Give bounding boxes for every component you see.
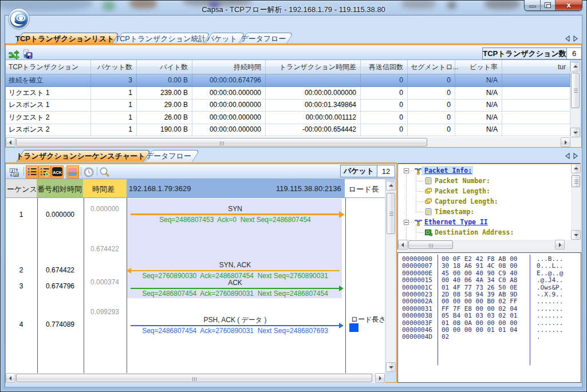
cell: レスポンス 1	[6, 99, 91, 111]
scroll-right-button[interactable]	[375, 373, 385, 383]
analyze-shuffle-icon[interactable]	[8, 49, 19, 60]
scrollbar-thumb[interactable]	[16, 374, 372, 382]
table-row-4[interactable]: レスポンス 21190.00 B00:00:00.000000-00:00:00…	[6, 124, 570, 136]
tree-branch	[409, 222, 414, 223]
column-header-4[interactable]: トランザクション時間差	[266, 60, 361, 74]
column-header-7[interactable]: ビット率	[455, 60, 502, 74]
top-tab-scroll-arrows[interactable]	[565, 35, 580, 42]
clock-icon[interactable]	[83, 167, 94, 178]
column-header-8[interactable]: tur	[502, 60, 570, 74]
ack-icon[interactable]: ACK	[51, 165, 64, 179]
scroll-left-button[interactable]	[6, 137, 15, 147]
scroll-right-button[interactable]	[561, 137, 570, 147]
table-row-2[interactable]: レスポンス 1129.00 B00:00:00.00000000:00:01.3…	[6, 99, 570, 112]
endpoint-right-label: 119.115.38.80:2136	[276, 184, 341, 193]
column-header-0[interactable]: TCPトランザクション	[6, 60, 91, 74]
scroll-down-button[interactable]	[570, 128, 580, 137]
doc-icon	[424, 177, 433, 185]
capsa-logo-icon	[8, 8, 30, 30]
cell: 0	[408, 99, 455, 111]
hex-bytes: FF 7F E8 00 00 02 04	[442, 305, 517, 312]
event-arrowhead	[339, 323, 344, 328]
transaction-table-vscrollbar[interactable]	[570, 62, 580, 137]
tab-top-2[interactable]: パケット	[205, 33, 239, 43]
tree-node-3[interactable]: Captured Length:	[435, 196, 498, 207]
cell: 3	[91, 74, 137, 86]
scroll-down-button[interactable]	[571, 230, 581, 240]
number-format-icon[interactable]: 2 10	[9, 167, 20, 178]
scroll-up-button[interactable]	[571, 164, 581, 173]
tree-node-1[interactable]: Packet Number:	[435, 176, 490, 186]
column-header-2[interactable]: バイト数	[137, 60, 192, 74]
scroll-up-button[interactable]	[570, 62, 580, 72]
scrollbar-thumb[interactable]	[572, 175, 580, 187]
tab-top-3[interactable]: データフロー	[240, 33, 287, 43]
scrollbar-thumb[interactable]	[16, 138, 427, 146]
tree-node-2[interactable]: Packet Length:	[435, 186, 490, 196]
scrollbar-thumb[interactable]	[571, 73, 580, 108]
tree-node-label: Captured Length:	[435, 197, 498, 205]
tree-rail	[416, 204, 416, 212]
scroll-left-button[interactable]	[6, 373, 15, 383]
column-header-3[interactable]: 持続時間	[192, 60, 266, 74]
scroll-up-button[interactable]	[386, 181, 396, 191]
tab-bottom-0[interactable]: トランザクションシーケンスチャート	[16, 150, 144, 162]
hex-offset: 00000015	[402, 276, 432, 284]
list-play-icon[interactable]	[38, 165, 51, 179]
sequence-chart-hscrollbar[interactable]	[6, 373, 385, 383]
hex-offset: 0000003F	[402, 319, 432, 327]
tab-top-0[interactable]: TCPトランザクションリスト	[15, 33, 113, 43]
hex-ascii: -.X.9..	[537, 291, 563, 298]
table-row-1[interactable]: リクエスト 11239.00 B00:00:00.00000000:00:00.…	[6, 87, 570, 100]
hex-dump-panel: 0000000000 0F E2 42 F8 AB 00...B...00000…	[397, 252, 581, 383]
save-icon[interactable]	[21, 48, 33, 60]
column-header-5[interactable]: 再送信回数	[361, 60, 408, 74]
list-icon[interactable]	[26, 165, 38, 179]
hex-bytes: 02	[442, 333, 449, 340]
tab-top-1[interactable]: TCPトランザクション統計	[115, 33, 204, 43]
event-flag-label: ACK	[149, 279, 321, 287]
scroll-right-button[interactable]	[555, 240, 565, 250]
scrollbar-thumb[interactable]	[387, 193, 395, 234]
tree-node-0[interactable]: Packet Info:	[424, 165, 472, 176]
decode-tree-vscrollbar[interactable]	[571, 164, 581, 240]
bottom-tab-scroll-arrows[interactable]	[565, 153, 580, 160]
div	[405, 222, 408, 223]
hex-offset: 00000023	[402, 291, 432, 298]
tab-bottom-1[interactable]: データフロー	[145, 150, 192, 162]
tree-node-6[interactable]: Destination Address:	[435, 227, 514, 237]
event-number: 1	[6, 211, 37, 219]
cell: 0	[408, 124, 455, 136]
column-header-6[interactable]: セグメントロ...	[408, 60, 455, 74]
tree-node-4[interactable]: Timestamp:	[435, 207, 474, 217]
column-separator	[345, 198, 346, 373]
scroll-down-button[interactable]	[386, 362, 396, 372]
column-header-1[interactable]: パケット数	[91, 60, 137, 74]
cell: 0	[408, 112, 455, 124]
decode-tree-hscrollbar[interactable]	[398, 240, 565, 250]
table-row-0[interactable]: 接続を確立30.00 B00:00:00.67479600N/A	[6, 74, 570, 87]
hex-ascii: .......	[537, 319, 563, 327]
svg-text:10: 10	[14, 173, 18, 177]
zoom-icon[interactable]	[99, 166, 110, 177]
toolbar-separator	[65, 167, 65, 176]
event-flag-label: SYN	[149, 205, 321, 213]
hex-bytes: 30 18 A6 91 4C 08 00	[442, 262, 517, 270]
transaction-table-hscrollbar[interactable]	[6, 137, 570, 147]
cell: 26.00 B	[137, 112, 192, 124]
app-window: Capsa - TCPフロー解析 - 192.168.1.79 - 119.11…	[0, 0, 587, 392]
scrollbar-thumb[interactable]	[408, 240, 453, 249]
sequence-chart-vscrollbar[interactable]	[386, 181, 396, 372]
scroll-left-button[interactable]	[398, 240, 408, 250]
cell: 00:00:00.000000	[192, 124, 266, 136]
scroll-arrow-icon	[565, 140, 567, 145]
packet-count-label: パケット	[341, 165, 377, 177]
tree-node-5[interactable]: Ethernet Type II	[424, 217, 488, 227]
table-row-3[interactable]: リクエスト 2126.00 B00:00:00.00000000:00:00.0…	[6, 112, 570, 124]
tree-expand-box[interactable]	[404, 220, 409, 225]
hex-bytes: 00 00 00 00 01 01 04	[442, 326, 517, 334]
tree-expand-box[interactable]	[404, 168, 409, 173]
load-bars-icon[interactable]	[66, 165, 79, 179]
hex-offset: 0000001C	[402, 284, 432, 291]
cell	[502, 87, 570, 99]
